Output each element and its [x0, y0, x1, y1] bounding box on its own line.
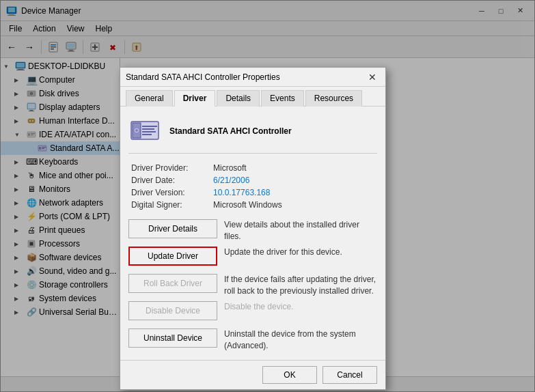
- driver-actions: Driver Details View details about the in…: [128, 219, 377, 352]
- modal-overlay: Standard SATA AHCI Controller Properties…: [0, 0, 535, 392]
- svg-rect-47: [142, 134, 152, 135]
- signer-value: Microsoft Windows: [210, 199, 377, 211]
- device-icon-box: [128, 115, 161, 148]
- svg-rect-46: [142, 131, 156, 132]
- dialog-title: Standard SATA AHCI Controller Properties: [126, 72, 365, 82]
- driver-signer-row: Digital Signer: Microsoft Windows: [128, 199, 377, 211]
- driver-details-row: Driver Details View details about the in…: [128, 219, 377, 242]
- provider-label: Driver Provider:: [128, 162, 210, 174]
- driver-details-button[interactable]: Driver Details: [128, 219, 217, 238]
- properties-dialog: Standard SATA AHCI Controller Properties…: [120, 67, 386, 390]
- tab-general[interactable]: General: [126, 90, 173, 107]
- update-driver-desc: Update the driver for this device.: [224, 247, 377, 258]
- version-label: Driver Version:: [128, 186, 210, 199]
- svg-point-49: [135, 129, 138, 132]
- svg-rect-45: [142, 128, 154, 130]
- dialog-footer: OK Cancel: [120, 360, 385, 389]
- driver-date-row: Driver Date: 6/21/2006: [128, 174, 377, 186]
- device-name: Standard SATA AHCI Controller: [169, 126, 292, 136]
- driver-version-row: Driver Version: 10.0.17763.168: [128, 186, 377, 199]
- driver-details-desc: View details about the installed driver …: [224, 219, 377, 242]
- roll-back-driver-row: Roll Back Driver If the device fails aft…: [128, 274, 377, 297]
- svg-rect-44: [142, 126, 157, 127]
- update-driver-row: Update Driver Update the driver for this…: [128, 247, 377, 270]
- ok-button[interactable]: OK: [262, 366, 317, 384]
- roll-back-driver-button[interactable]: Roll Back Driver: [128, 274, 217, 293]
- driver-info-table: Driver Provider: Microsoft Driver Date: …: [128, 162, 377, 211]
- tab-resources[interactable]: Resources: [305, 90, 362, 107]
- disable-device-button[interactable]: Disable Device: [128, 301, 217, 320]
- disable-device-row: Disable Device Disable the device.: [128, 301, 377, 324]
- provider-value: Microsoft: [210, 162, 377, 174]
- date-label: Driver Date:: [128, 174, 210, 186]
- version-value: 10.0.17763.168: [210, 186, 377, 199]
- dialog-close-button[interactable]: ✕: [365, 70, 380, 84]
- signer-label: Digital Signer:: [128, 199, 210, 211]
- roll-back-driver-desc: If the device fails after updating the d…: [224, 274, 377, 297]
- driver-provider-row: Driver Provider: Microsoft: [128, 162, 377, 174]
- cancel-button[interactable]: Cancel: [323, 366, 377, 384]
- tab-bar: General Driver Details Events Resources: [120, 87, 385, 106]
- uninstall-device-desc: Uninstall the device from the system (Ad…: [224, 328, 377, 352]
- driver-tab-content: Standard SATA AHCI Controller Driver Pro…: [120, 106, 385, 360]
- update-driver-button[interactable]: Update Driver: [128, 247, 217, 266]
- disable-device-desc: Disable the device.: [224, 301, 377, 313]
- tab-events[interactable]: Events: [261, 90, 304, 107]
- uninstall-device-button[interactable]: Uninstall Device: [128, 328, 217, 348]
- date-value: 6/21/2006: [210, 174, 377, 186]
- dialog-title-bar: Standard SATA AHCI Controller Properties…: [120, 68, 385, 87]
- tab-driver[interactable]: Driver: [174, 90, 216, 107]
- driver-header: Standard SATA AHCI Controller: [128, 115, 377, 154]
- tab-details[interactable]: Details: [217, 90, 260, 107]
- uninstall-device-row: Uninstall Device Uninstall the device fr…: [128, 328, 377, 352]
- device-icon: [130, 116, 160, 146]
